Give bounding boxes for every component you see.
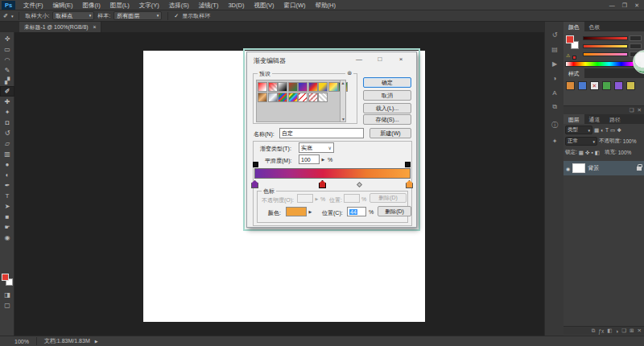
presets-menu-gear-icon[interactable]: ⊛ bbox=[345, 70, 353, 76]
layer-group-icon[interactable]: ❏ bbox=[621, 327, 626, 334]
menu-image[interactable]: 图像(I) bbox=[78, 0, 105, 10]
filter-shape-icon[interactable]: ▭ bbox=[610, 127, 615, 134]
opacity-value[interactable]: 100% bbox=[623, 138, 637, 144]
layer-filter-dropdown[interactable]: 类型 ▾ bbox=[565, 126, 592, 134]
shape-tool[interactable]: ■ bbox=[0, 212, 14, 222]
quick-selection-tool[interactable]: ✎ bbox=[0, 65, 14, 76]
tab-channels[interactable]: 通道 bbox=[584, 114, 605, 124]
gradient-preset[interactable] bbox=[268, 93, 278, 102]
info-panel-icon[interactable]: ⓘ bbox=[545, 118, 564, 131]
app-close-button[interactable]: ✕ bbox=[634, 0, 639, 10]
character-panel-icon[interactable]: A bbox=[545, 86, 564, 99]
zoom-level[interactable]: 100% bbox=[14, 339, 29, 344]
blue-slider[interactable] bbox=[583, 52, 628, 56]
menu-view[interactable]: 视图(V) bbox=[249, 0, 279, 10]
save-button[interactable]: 存储(S)... bbox=[363, 114, 411, 125]
layer-mask-icon[interactable]: ◧ bbox=[607, 327, 612, 334]
sample-dropdown[interactable]: 所有图层 ▾ bbox=[114, 11, 162, 20]
eyedropper-tool-icon[interactable]: ✐ bbox=[3, 13, 8, 19]
foreground-color-swatch[interactable] bbox=[2, 274, 9, 281]
tab-swatches[interactable]: 色板 bbox=[584, 22, 605, 31]
scroll-up-icon[interactable]: ▲ bbox=[341, 80, 345, 85]
pen-tool[interactable]: ✒ bbox=[0, 180, 14, 191]
properties-panel-icon[interactable]: ▤ bbox=[545, 43, 564, 56]
tool-preset-arrow-icon[interactable]: ▾ bbox=[11, 14, 14, 19]
color-spectrum-ramp[interactable] bbox=[565, 61, 642, 67]
link-layers-icon[interactable]: ⧉ bbox=[592, 327, 596, 334]
visibility-eye-icon[interactable]: ◉ bbox=[566, 166, 570, 171]
app-maximize-button[interactable]: ❐ bbox=[622, 0, 627, 10]
menu-type[interactable]: 文字(Y) bbox=[134, 0, 164, 10]
gradient-preset[interactable] bbox=[318, 93, 328, 102]
document-tab[interactable]: 未标题-1 @ 100%(RGB/8) × bbox=[19, 22, 101, 32]
load-button[interactable]: 载入(L)... bbox=[363, 103, 411, 113]
layer-thumbnail[interactable] bbox=[572, 163, 585, 173]
show-ring-checkbox[interactable]: ✓ bbox=[174, 13, 179, 19]
dodge-tool[interactable]: ◐ bbox=[0, 170, 14, 180]
gradient-preset[interactable] bbox=[298, 93, 308, 102]
menu-edit[interactable]: 编辑(E) bbox=[48, 0, 78, 10]
menu-layer[interactable]: 图层(L) bbox=[105, 0, 134, 10]
crop-tool[interactable]: ▞ bbox=[0, 76, 14, 86]
gradient-preset[interactable] bbox=[318, 82, 328, 92]
style-chip[interactable] bbox=[566, 81, 575, 90]
presets-scrollbar[interactable]: ▲ ▼ bbox=[340, 80, 346, 122]
red-value-box[interactable] bbox=[630, 35, 642, 41]
stop-color-swatch[interactable] bbox=[286, 207, 307, 216]
gradient-preset[interactable] bbox=[278, 93, 287, 102]
adjustment-layer-icon[interactable]: ◑ bbox=[615, 328, 618, 334]
location-input[interactable]: 44 bbox=[347, 207, 366, 216]
tab-layers[interactable]: 图层 bbox=[564, 114, 584, 124]
menu-help[interactable]: 帮助(H) bbox=[311, 0, 341, 10]
app-minimize-button[interactable]: — bbox=[609, 0, 615, 10]
gradient-preset[interactable] bbox=[288, 93, 298, 102]
gradient-preset[interactable] bbox=[258, 82, 267, 92]
delete-layer-icon[interactable]: ✕ bbox=[638, 327, 642, 334]
gradient-preset[interactable] bbox=[258, 93, 267, 102]
navigator-panel-icon[interactable]: ✦ bbox=[545, 134, 564, 147]
gradient-tool[interactable]: ▥ bbox=[0, 149, 14, 159]
path-selection-tool[interactable]: ➤ bbox=[0, 201, 14, 212]
new-button[interactable]: 新建(W) bbox=[369, 128, 411, 138]
type-tool[interactable]: T bbox=[0, 191, 14, 201]
scroll-down-icon[interactable]: ▼ bbox=[341, 117, 345, 122]
lock-pixels-icon[interactable]: ✜ bbox=[585, 150, 589, 156]
history-panel-icon[interactable]: ↺ bbox=[545, 28, 564, 41]
blend-mode-dropdown[interactable]: 正常 ▾ bbox=[565, 137, 597, 146]
tab-styles[interactable]: 样式 bbox=[564, 68, 584, 78]
style-chip[interactable] bbox=[578, 81, 587, 90]
gradient-type-dropdown[interactable]: 实底 ∨ bbox=[299, 142, 334, 153]
menu-filter[interactable]: 滤镜(T) bbox=[194, 0, 224, 10]
filter-smart-icon[interactable]: ❖ bbox=[617, 127, 621, 134]
green-slider[interactable] bbox=[583, 44, 628, 48]
fill-value[interactable]: 100% bbox=[618, 150, 632, 155]
tab-close-icon[interactable]: × bbox=[93, 24, 96, 30]
delete-stop-button[interactable]: 删除(D) bbox=[378, 206, 411, 216]
spinner-icon[interactable]: ▶ bbox=[320, 157, 326, 162]
actions-panel-icon[interactable]: ▶ bbox=[545, 57, 564, 70]
green-value-box[interactable] bbox=[630, 43, 642, 49]
gradient-preset[interactable] bbox=[328, 82, 338, 92]
new-style-icon[interactable]: ❏ bbox=[630, 107, 634, 113]
healing-brush-tool[interactable]: ✚ bbox=[0, 97, 14, 107]
menu-file[interactable]: 文件(F) bbox=[19, 0, 48, 10]
quick-mask-button[interactable]: ◨ bbox=[0, 290, 14, 300]
gamut-warning-icon[interactable]: ⚠ bbox=[566, 52, 570, 58]
lock-all-icon[interactable]: ◧ bbox=[595, 150, 600, 156]
menu-3d[interactable]: 3D(D) bbox=[223, 0, 249, 10]
cancel-button[interactable]: 取消 bbox=[363, 90, 411, 101]
smoothness-input[interactable]: 100 bbox=[299, 154, 320, 164]
opacity-stop-right[interactable] bbox=[405, 162, 411, 167]
menu-select[interactable]: 选择(S) bbox=[164, 0, 194, 10]
menu-window[interactable]: 窗口(W) bbox=[279, 0, 310, 10]
gradient-preset[interactable] bbox=[298, 82, 308, 92]
sample-size-dropdown[interactable]: 取样点 ▾ bbox=[52, 11, 94, 20]
style-chip-clear[interactable]: ✕ bbox=[590, 81, 599, 90]
layer-effects-icon[interactable]: ƒx bbox=[598, 328, 604, 334]
color-menu-arrow-icon[interactable]: ▶ bbox=[308, 209, 313, 214]
lock-position-icon[interactable]: ▪ bbox=[591, 150, 592, 155]
clone-stamp-tool[interactable]: ◘ bbox=[0, 117, 14, 128]
ok-button[interactable]: 确定 bbox=[363, 77, 411, 88]
new-layer-icon[interactable]: ⊞ bbox=[630, 327, 634, 334]
zoom-tool[interactable]: ◉ bbox=[0, 233, 14, 243]
